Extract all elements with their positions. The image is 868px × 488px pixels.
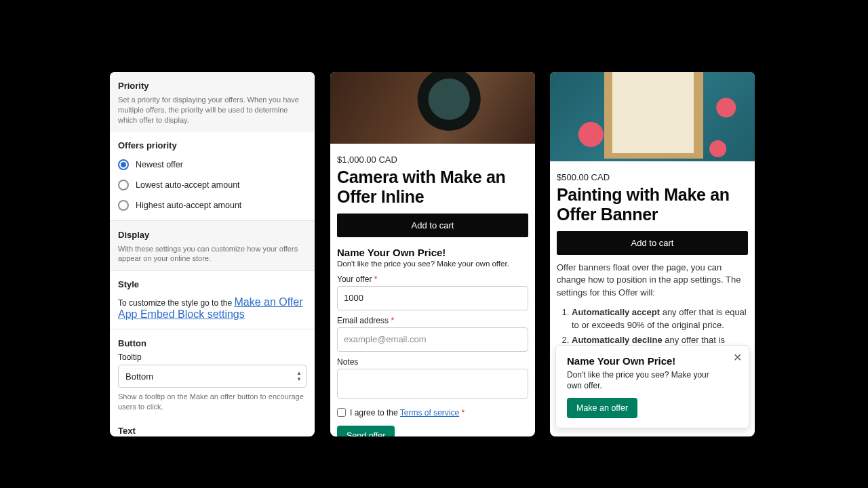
agree-row[interactable]: I agree to the Terms of service * <box>337 408 528 418</box>
product-price: $1,000.00 CAD <box>337 155 528 165</box>
your-offer-label: Your offer * <box>337 274 528 284</box>
button-title: Button <box>118 338 307 348</box>
display-desc: With these settings you can customize ho… <box>118 244 307 264</box>
tooltip-select-value: Bottom <box>125 371 153 382</box>
offer-subheading: Don't like the price you see? Make your … <box>337 260 528 268</box>
agree-checkbox[interactable] <box>337 408 346 417</box>
style-lead: To customize the style go to the <box>118 298 234 308</box>
product-title: Camera with Make an Offer Inline <box>337 167 528 207</box>
add-to-cart-button[interactable]: Add to cart <box>337 214 528 237</box>
banner-heading: Name Your Own Price! <box>567 355 738 367</box>
tooltip-help: Show a tooltip on the Make an offer butt… <box>118 392 307 412</box>
make-an-offer-button[interactable]: Make an offer <box>567 398 637 418</box>
tooltip-label: Tooltip <box>118 352 307 362</box>
offer-banner-popup: ✕ Name Your Own Price! Don't like the pr… <box>555 345 749 428</box>
product-price: $500.00 CAD <box>557 172 748 182</box>
radio-label: Lowest auto-accept amount <box>136 180 240 190</box>
radio-highest-auto-accept[interactable]: Highest auto-accept amount <box>110 195 315 220</box>
banner-description: Offer banners float over the page, you c… <box>557 262 748 300</box>
rule-accept: Automatically accept any offer that is e… <box>572 306 748 332</box>
agree-lead: I agree to the <box>350 408 400 418</box>
settings-panel: Priority Set a priority for displaying y… <box>110 72 315 436</box>
radio-label: Newest offer <box>136 160 183 169</box>
radio-lowest-auto-accept[interactable]: Lowest auto-accept amount <box>110 175 315 195</box>
style-title: Style <box>118 279 307 289</box>
product-image-camera <box>330 72 535 144</box>
radio-newest-offer[interactable]: Newest offer <box>110 155 315 175</box>
radio-icon <box>118 200 129 211</box>
tooltip-select[interactable]: Bottom ▲▼ <box>118 365 307 388</box>
offer-heading: Name Your Own Price! <box>337 247 528 258</box>
notes-input[interactable] <box>337 369 528 399</box>
product-inline-panel: $1,000.00 CAD Camera with Make an Offer … <box>330 72 535 436</box>
tos-link[interactable]: Terms of service <box>400 408 459 418</box>
offers-priority-subtitle: Offers priority <box>110 132 315 155</box>
email-input[interactable] <box>337 327 528 352</box>
add-to-cart-button[interactable]: Add to cart <box>557 231 748 255</box>
your-offer-input[interactable] <box>337 286 528 310</box>
send-offer-button[interactable]: Send offer <box>337 426 395 437</box>
radio-icon <box>118 180 129 190</box>
close-icon[interactable]: ✕ <box>733 351 742 364</box>
product-title: Painting with Make an Offer Banner <box>557 185 748 224</box>
text-section-title: Text <box>110 418 315 436</box>
email-label: Email address * <box>337 316 528 325</box>
radio-label: Highest auto-accept amount <box>136 201 241 210</box>
radio-icon-selected <box>118 159 129 170</box>
priority-desc: Set a priority for displaying your offer… <box>118 95 307 125</box>
banner-sub: Don't like the price you see? Make your … <box>567 369 738 391</box>
select-stepper-icon: ▲▼ <box>296 371 302 382</box>
priority-title: Priority <box>118 81 307 91</box>
product-image-painting <box>550 72 755 161</box>
product-banner-panel: $500.00 CAD Painting with Make an Offer … <box>550 72 755 436</box>
notes-label: Notes <box>337 357 528 367</box>
display-title: Display <box>118 230 307 240</box>
